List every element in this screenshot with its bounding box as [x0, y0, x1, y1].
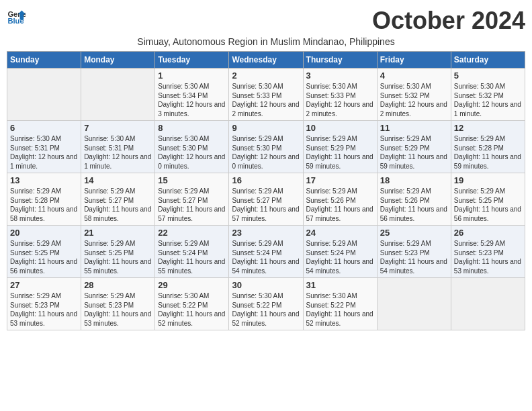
day-number: 20	[10, 228, 78, 238]
day-number: 26	[454, 228, 522, 238]
calendar-week-2: 6Sunrise: 5:30 AMSunset: 5:31 PMDaylight…	[7, 121, 525, 173]
calendar-cell: 29Sunrise: 5:30 AMSunset: 5:22 PMDayligh…	[155, 278, 229, 330]
cell-details: Sunrise: 5:29 AMSunset: 5:25 PMDaylight:…	[84, 239, 152, 275]
day-number: 3	[306, 71, 374, 81]
cell-details: Sunrise: 5:30 AMSunset: 5:30 PMDaylight:…	[158, 134, 226, 171]
calendar-cell: 12Sunrise: 5:29 AMSunset: 5:28 PMDayligh…	[451, 121, 525, 173]
weekday-header-tuesday: Tuesday	[155, 52, 229, 68]
general-blue-icon: General Blue	[7, 7, 26, 26]
day-number: 5	[454, 71, 522, 81]
calendar-cell: 11Sunrise: 5:29 AMSunset: 5:29 PMDayligh…	[377, 121, 451, 173]
calendar-cell	[81, 68, 155, 121]
calendar-cell: 4Sunrise: 5:30 AMSunset: 5:32 PMDaylight…	[377, 68, 451, 121]
day-number: 23	[232, 228, 300, 238]
calendar-cell: 18Sunrise: 5:29 AMSunset: 5:26 PMDayligh…	[377, 173, 451, 226]
calendar-cell: 15Sunrise: 5:29 AMSunset: 5:27 PMDayligh…	[155, 173, 229, 226]
calendar-week-1: 1Sunrise: 5:30 AMSunset: 5:34 PMDaylight…	[7, 68, 525, 121]
calendar-cell: 3Sunrise: 5:30 AMSunset: 5:33 PMDaylight…	[303, 68, 377, 121]
day-number: 1	[158, 71, 226, 81]
day-number: 14	[84, 175, 152, 185]
calendar-cell: 10Sunrise: 5:29 AMSunset: 5:29 PMDayligh…	[303, 121, 377, 173]
calendar-cell	[451, 278, 525, 330]
cell-details: Sunrise: 5:29 AMSunset: 5:27 PMDaylight:…	[158, 187, 226, 223]
cell-details: Sunrise: 5:30 AMSunset: 5:33 PMDaylight:…	[232, 82, 300, 118]
calendar-cell: 7Sunrise: 5:30 AMSunset: 5:31 PMDaylight…	[81, 121, 155, 173]
day-number: 7	[84, 123, 152, 133]
calendar-cell: 30Sunrise: 5:30 AMSunset: 5:22 PMDayligh…	[229, 278, 303, 330]
day-number: 30	[232, 280, 300, 290]
cell-details: Sunrise: 5:30 AMSunset: 5:22 PMDaylight:…	[232, 291, 300, 328]
cell-details: Sunrise: 5:30 AMSunset: 5:34 PMDaylight:…	[158, 82, 226, 118]
day-number: 24	[306, 228, 374, 238]
cell-details: Sunrise: 5:29 AMSunset: 5:23 PMDaylight:…	[380, 239, 448, 275]
day-number: 19	[454, 175, 522, 185]
cell-details: Sunrise: 5:30 AMSunset: 5:22 PMDaylight:…	[158, 291, 226, 328]
calendar-cell: 19Sunrise: 5:29 AMSunset: 5:25 PMDayligh…	[451, 173, 525, 226]
weekday-header-friday: Friday	[377, 52, 451, 68]
day-number: 31	[306, 280, 374, 290]
day-number: 25	[380, 228, 448, 238]
calendar-cell: 5Sunrise: 5:30 AMSunset: 5:32 PMDaylight…	[451, 68, 525, 121]
calendar-week-5: 27Sunrise: 5:29 AMSunset: 5:23 PMDayligh…	[7, 278, 525, 330]
day-number: 12	[454, 123, 522, 133]
calendar-table: SundayMondayTuesdayWednesdayThursdayFrid…	[7, 51, 525, 330]
calendar-cell: 14Sunrise: 5:29 AMSunset: 5:27 PMDayligh…	[81, 173, 155, 226]
calendar-cell: 1Sunrise: 5:30 AMSunset: 5:34 PMDaylight…	[155, 68, 229, 121]
calendar-cell: 24Sunrise: 5:29 AMSunset: 5:24 PMDayligh…	[303, 226, 377, 278]
cell-details: Sunrise: 5:30 AMSunset: 5:32 PMDaylight:…	[380, 82, 448, 118]
weekday-header-wednesday: Wednesday	[229, 52, 303, 68]
calendar-cell: 9Sunrise: 5:29 AMSunset: 5:30 PMDaylight…	[229, 121, 303, 173]
logo: General Blue	[7, 7, 28, 26]
cell-details: Sunrise: 5:29 AMSunset: 5:29 PMDaylight:…	[306, 134, 374, 171]
calendar-cell: 13Sunrise: 5:29 AMSunset: 5:28 PMDayligh…	[7, 173, 81, 226]
location-title: Simuay, Autonomous Region in Muslim Mind…	[7, 36, 525, 47]
calendar-cell: 8Sunrise: 5:30 AMSunset: 5:30 PMDaylight…	[155, 121, 229, 173]
day-number: 9	[232, 123, 300, 133]
day-number: 6	[10, 123, 78, 133]
calendar-cell: 6Sunrise: 5:30 AMSunset: 5:31 PMDaylight…	[7, 121, 81, 173]
calendar-cell: 26Sunrise: 5:29 AMSunset: 5:23 PMDayligh…	[451, 226, 525, 278]
cell-details: Sunrise: 5:29 AMSunset: 5:23 PMDaylight:…	[454, 239, 522, 275]
day-number: 10	[306, 123, 374, 133]
day-number: 15	[158, 175, 226, 185]
day-number: 11	[380, 123, 448, 133]
day-number: 22	[158, 228, 226, 238]
calendar-cell: 27Sunrise: 5:29 AMSunset: 5:23 PMDayligh…	[7, 278, 81, 330]
cell-details: Sunrise: 5:30 AMSunset: 5:31 PMDaylight:…	[84, 134, 152, 171]
cell-details: Sunrise: 5:29 AMSunset: 5:27 PMDaylight:…	[232, 187, 300, 223]
day-number: 18	[380, 175, 448, 185]
day-number: 21	[84, 228, 152, 238]
calendar-cell: 20Sunrise: 5:29 AMSunset: 5:25 PMDayligh…	[7, 226, 81, 278]
calendar-cell: 25Sunrise: 5:29 AMSunset: 5:23 PMDayligh…	[377, 226, 451, 278]
cell-details: Sunrise: 5:29 AMSunset: 5:28 PMDaylight:…	[454, 134, 522, 171]
calendar-week-4: 20Sunrise: 5:29 AMSunset: 5:25 PMDayligh…	[7, 226, 525, 278]
cell-details: Sunrise: 5:30 AMSunset: 5:31 PMDaylight:…	[10, 134, 78, 171]
calendar-cell	[377, 278, 451, 330]
day-number: 28	[84, 280, 152, 290]
cell-details: Sunrise: 5:29 AMSunset: 5:27 PMDaylight:…	[84, 187, 152, 223]
cell-details: Sunrise: 5:29 AMSunset: 5:24 PMDaylight:…	[232, 239, 300, 275]
calendar-cell: 31Sunrise: 5:30 AMSunset: 5:22 PMDayligh…	[303, 278, 377, 330]
day-number: 8	[158, 123, 226, 133]
cell-details: Sunrise: 5:29 AMSunset: 5:24 PMDaylight:…	[306, 239, 374, 275]
cell-details: Sunrise: 5:30 AMSunset: 5:33 PMDaylight:…	[306, 82, 374, 118]
calendar-cell: 21Sunrise: 5:29 AMSunset: 5:25 PMDayligh…	[81, 226, 155, 278]
cell-details: Sunrise: 5:29 AMSunset: 5:23 PMDaylight:…	[10, 291, 78, 328]
day-number: 13	[10, 175, 78, 185]
weekday-header-saturday: Saturday	[451, 52, 525, 68]
cell-details: Sunrise: 5:29 AMSunset: 5:28 PMDaylight:…	[10, 187, 78, 223]
calendar-cell: 17Sunrise: 5:29 AMSunset: 5:26 PMDayligh…	[303, 173, 377, 226]
day-number: 27	[10, 280, 78, 290]
weekday-header-thursday: Thursday	[303, 52, 377, 68]
calendar-week-3: 13Sunrise: 5:29 AMSunset: 5:28 PMDayligh…	[7, 173, 525, 226]
day-number: 2	[232, 71, 300, 81]
day-number: 17	[306, 175, 374, 185]
cell-details: Sunrise: 5:29 AMSunset: 5:25 PMDaylight:…	[454, 187, 522, 223]
calendar-cell	[7, 68, 81, 121]
calendar-cell: 23Sunrise: 5:29 AMSunset: 5:24 PMDayligh…	[229, 226, 303, 278]
title-section: October 2024	[372, 7, 525, 35]
cell-details: Sunrise: 5:30 AMSunset: 5:22 PMDaylight:…	[306, 291, 374, 328]
day-number: 16	[232, 175, 300, 185]
day-number: 4	[380, 71, 448, 81]
calendar-cell: 16Sunrise: 5:29 AMSunset: 5:27 PMDayligh…	[229, 173, 303, 226]
